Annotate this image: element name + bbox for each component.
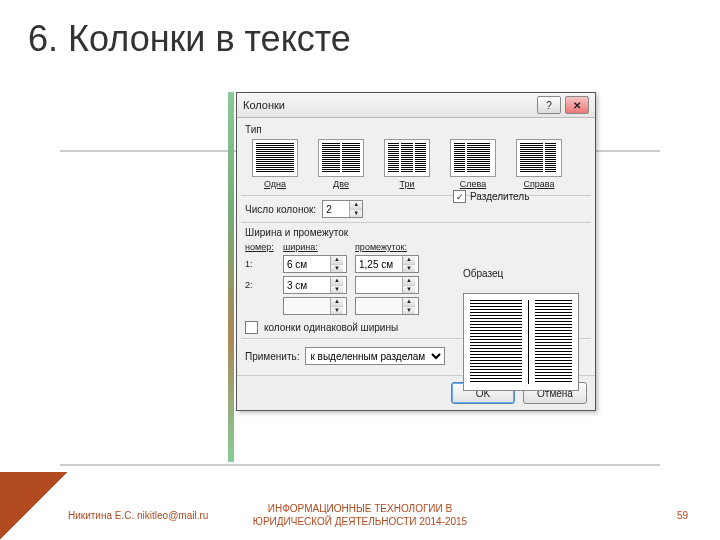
type-three[interactable]: Три xyxy=(377,139,437,189)
dialog-body: Тип Одна Две Три Слева Справа xyxy=(237,118,595,375)
titlebar[interactable]: Колонки ? ✕ xyxy=(237,93,595,118)
apply-label: Применить: xyxy=(245,351,299,362)
help-button[interactable]: ? xyxy=(537,96,561,114)
row3-width: ▲▼ xyxy=(283,297,347,315)
slide-title: 6. Колонки в тексте xyxy=(0,0,720,68)
dialog-title: Колонки xyxy=(243,99,285,111)
preview-label: Образец xyxy=(463,268,583,279)
divider xyxy=(60,464,660,466)
footer-course: ИНФОРМАЦИОННЫЕ ТЕХНОЛОГИИ В ЮРИДИЧЕСКОЙ … xyxy=(253,502,467,528)
corner-accent xyxy=(0,472,68,540)
num-cols-spinner[interactable]: ▲▼ xyxy=(322,200,363,218)
type-section-label: Тип xyxy=(245,124,587,135)
footer-author: Никитина Е.С. nikitleo@mail.ru xyxy=(68,510,208,521)
background-strip xyxy=(228,92,234,462)
num-cols-input[interactable] xyxy=(323,201,349,217)
row1-gap[interactable]: ▲▼ xyxy=(355,255,419,273)
columns-dialog: Колонки ? ✕ Тип Одна Две Три Слева xyxy=(236,92,596,411)
row2-width[interactable]: ▲▼ xyxy=(283,276,347,294)
separator-checkbox[interactable]: ✓ xyxy=(453,190,466,203)
row2-gap[interactable]: ▲▼ xyxy=(355,276,419,294)
spin-up-icon[interactable]: ▲ xyxy=(350,201,362,210)
equal-width-label: колонки одинаковой ширины xyxy=(264,322,398,333)
row3-gap: ▲▼ xyxy=(355,297,419,315)
width-grid: номер: ширина: промежуток: 1: ▲▼ ▲▼ 2: ▲… xyxy=(245,242,445,315)
preview-panel: Образец xyxy=(463,268,583,391)
type-one[interactable]: Одна xyxy=(245,139,305,189)
type-right[interactable]: Справа xyxy=(509,139,569,189)
separator-label: Разделитель xyxy=(470,191,529,202)
width-section-label: Ширина и промежуток xyxy=(245,227,445,238)
type-two[interactable]: Две xyxy=(311,139,371,189)
preview-box xyxy=(463,293,579,391)
equal-width-checkbox[interactable] xyxy=(245,321,258,334)
row1-width[interactable]: ▲▼ xyxy=(283,255,347,273)
num-cols-label: Число колонок: xyxy=(245,204,316,215)
type-presets: Одна Две Три Слева Справа xyxy=(245,139,587,189)
type-left[interactable]: Слева xyxy=(443,139,503,189)
slide-footer: Никитина Е.С. nikitleo@mail.ru ИНФОРМАЦИ… xyxy=(0,490,720,540)
page-number: 59 xyxy=(677,510,688,521)
close-button[interactable]: ✕ xyxy=(565,96,589,114)
apply-select[interactable]: к выделенным разделам xyxy=(305,347,445,365)
spin-down-icon[interactable]: ▼ xyxy=(350,210,362,218)
